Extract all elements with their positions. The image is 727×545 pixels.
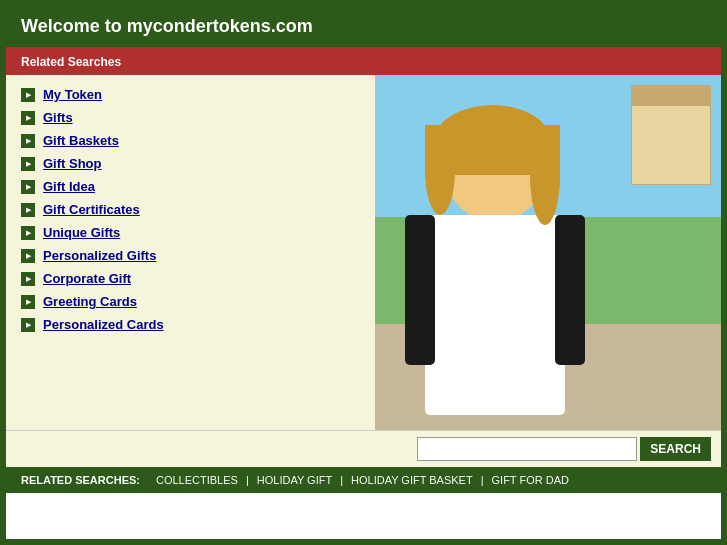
footer-links: COLLECTIBLES | HOLIDAY GIFT | HOLIDAY GI… [148,474,577,486]
header-bar: Welcome to mycondertokens.com [6,6,721,47]
right-panel [375,75,721,430]
arrow-icon [21,272,35,286]
nav-label: My Token [43,87,102,102]
nav-item-unique-gifts[interactable]: Unique Gifts [21,221,360,244]
footer-link-holiday-gift[interactable]: HOLIDAY GIFT [249,474,340,486]
search-input[interactable] [417,437,637,461]
nav-label: Gifts [43,110,73,125]
arrow-icon [21,249,35,263]
nav-label: Gift Certificates [43,202,140,217]
nav-item-personalized-cards[interactable]: Personalized Cards [21,313,360,336]
page-wrapper: Welcome to mycondertokens.com Related Se… [0,0,727,545]
nav-item-my-token[interactable]: My Token [21,83,360,106]
footer-link-collectibles[interactable]: COLLECTIBLES [148,474,246,486]
arrow-icon [21,203,35,217]
person-figure [395,110,595,430]
nav-label: Gift Baskets [43,133,119,148]
nav-label: Personalized Cards [43,317,164,332]
arrow-icon [21,318,35,332]
nav-item-gift-baskets[interactable]: Gift Baskets [21,129,360,152]
building-shape [631,85,711,185]
body-shape [425,215,565,415]
search-bar-row: SEARCH [6,430,721,467]
nav-item-gift-certificates[interactable]: Gift Certificates [21,198,360,221]
arrow-icon [21,295,35,309]
footer-link-holiday-gift-basket[interactable]: HOLIDAY GIFT BASKET [343,474,481,486]
footer-bar: RELATED SEARCHES: COLLECTIBLES | HOLIDAY… [6,467,721,493]
arrow-icon [21,134,35,148]
arrow-icon [21,157,35,171]
nav-label: Corporate Gift [43,271,131,286]
hair-shape [435,105,550,175]
left-panel: My Token Gifts Gift Baskets Gift Shop Gi… [6,75,375,430]
related-searches-label: Related Searches [21,55,121,69]
nav-item-personalized-gifts[interactable]: Personalized Gifts [21,244,360,267]
arrow-icon [21,88,35,102]
related-searches-bar: Related Searches [6,47,721,75]
nav-label: Unique Gifts [43,225,120,240]
search-button[interactable]: SEARCH [640,437,711,461]
footer-label: RELATED SEARCHES: [21,474,140,486]
arrow-icon [21,111,35,125]
nav-item-corporate-gift[interactable]: Corporate Gift [21,267,360,290]
arrow-icon [21,226,35,240]
arrow-icon [21,180,35,194]
nav-label: Greeting Cards [43,294,137,309]
page-title: Welcome to mycondertokens.com [21,16,313,36]
hero-image [375,75,721,430]
nav-item-gift-idea[interactable]: Gift Idea [21,175,360,198]
nav-label: Gift Idea [43,179,95,194]
nav-item-greeting-cards[interactable]: Greeting Cards [21,290,360,313]
footer-link-gift-for-dad[interactable]: GIFT FOR DAD [484,474,577,486]
nav-item-gifts[interactable]: Gifts [21,106,360,129]
nav-item-gift-shop[interactable]: Gift Shop [21,152,360,175]
main-content: My Token Gifts Gift Baskets Gift Shop Gi… [6,75,721,430]
nav-label: Personalized Gifts [43,248,156,263]
nav-label: Gift Shop [43,156,102,171]
